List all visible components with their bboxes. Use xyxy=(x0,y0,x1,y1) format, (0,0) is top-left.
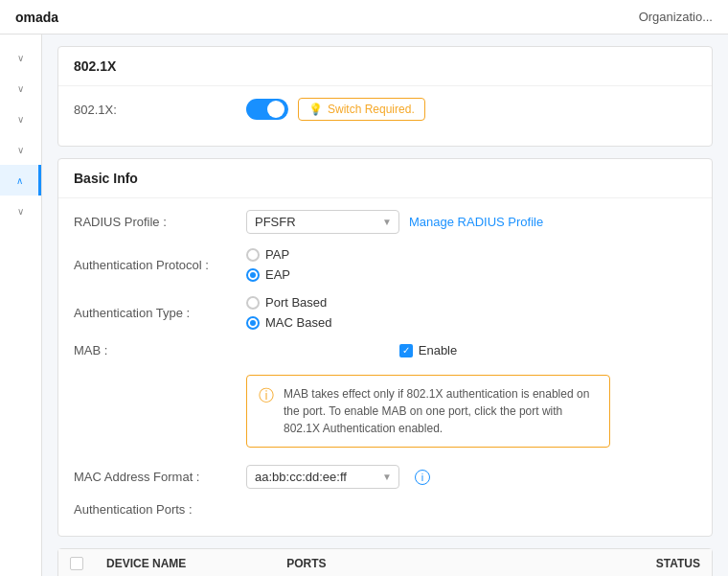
th-checkbox xyxy=(58,549,95,576)
app-header: omada Organizatio... xyxy=(0,0,728,35)
dot1x-body: 802.1X: 💡 Switch Required. xyxy=(58,86,712,146)
chevron-icon-6: ∨ xyxy=(17,206,24,217)
auth-ports-label-text: Authentication Ports : xyxy=(74,502,193,517)
chevron-icon-3: ∨ xyxy=(17,114,24,125)
dot1x-toggle-label: 802.1X: xyxy=(74,103,246,117)
auth-ports-label: Authentication Ports : xyxy=(74,502,696,517)
chevron-icon-5: ∧ xyxy=(16,175,23,186)
basic-info-title: Basic Info xyxy=(58,159,712,198)
bulb-icon: 💡 xyxy=(308,103,323,116)
mab-checkbox xyxy=(399,344,413,357)
switch-required-badge: 💡 Switch Required. xyxy=(298,98,425,121)
mab-checkbox-label: Enable xyxy=(419,343,457,357)
sidebar-item-4[interactable]: ∨ xyxy=(0,134,41,165)
mac-format-control: aa:bb:cc:dd:ee:ff aabbccddeeff aa-bb-cc-… xyxy=(246,465,430,489)
sidebar-item-3[interactable]: ∨ xyxy=(0,104,41,134)
radio-port-based-label: Port Based xyxy=(265,295,327,310)
mab-alert-text: MAB takes effect only if 802.1X authenti… xyxy=(284,385,598,437)
th-status: STATUS xyxy=(562,549,712,576)
sidebar-item-6[interactable]: ∨ xyxy=(0,196,41,226)
sidebar-item-1[interactable]: ∨ xyxy=(0,42,41,73)
mac-format-label: MAC Address Format : xyxy=(74,470,246,484)
radius-profile-select[interactable]: PFSFR xyxy=(246,210,399,234)
manage-radius-link[interactable]: Manage RADIUS Profile xyxy=(409,215,543,229)
auth-protocol-row: Authentication Protocol : PAP EAP xyxy=(74,247,696,282)
chevron-icon-2: ∨ xyxy=(17,83,24,94)
dot1x-title: 802.1X xyxy=(58,47,712,86)
table-header-row: DEVICE NAME PORTS STATUS xyxy=(58,549,712,576)
mab-row: MAB : Enable ⓘ MAB takes effect only if … xyxy=(74,343,696,451)
mac-format-row: MAC Address Format : aa:bb:cc:dd:ee:ff a… xyxy=(74,465,696,489)
chevron-icon-1: ∨ xyxy=(17,53,24,63)
switch-required-text: Switch Required. xyxy=(328,103,415,116)
basic-info-body: RADIUS Profile : PFSFR ▼ Manage RADIUS P… xyxy=(58,198,712,536)
radio-pap-circle xyxy=(246,248,260,262)
th-device-name: DEVICE NAME xyxy=(95,549,275,576)
mab-label: MAB : xyxy=(74,343,246,357)
main-content: 802.1X 802.1X: 💡 Switch Required. xyxy=(42,35,728,576)
chevron-icon-4: ∨ xyxy=(17,145,24,155)
mac-format-select-wrapper: aa:bb:cc:dd:ee:ff aabbccddeeff aa-bb-cc-… xyxy=(246,465,399,489)
main-layout: ∨ ∨ ∨ ∨ ∧ ∨ 802.1X 802.1X: xyxy=(0,35,728,576)
auth-ports-table: DEVICE NAME PORTS STATUS xyxy=(57,548,713,576)
th-status-text: STATUS xyxy=(656,557,700,570)
radio-eap[interactable]: EAP xyxy=(246,267,290,282)
mac-format-select[interactable]: aa:bb:cc:dd:ee:ff aabbccddeeff aa-bb-cc-… xyxy=(246,465,399,489)
dot1x-toggle-control: 💡 Switch Required. xyxy=(246,98,425,121)
radius-profile-label: RADIUS Profile : xyxy=(74,215,246,229)
th-ports-text: PORTS xyxy=(286,557,326,570)
radio-mac-based-label: MAC Based xyxy=(265,315,331,330)
th-ports: PORTS xyxy=(275,549,562,576)
app-title: omada xyxy=(15,10,58,25)
auth-type-radio-group: Port Based MAC Based xyxy=(246,295,331,330)
radio-port-based-circle xyxy=(246,296,260,310)
sidebar-item-2[interactable]: ∨ xyxy=(0,73,41,104)
info-icon: ⓘ xyxy=(259,386,274,437)
sidebar: ∨ ∨ ∨ ∨ ∧ ∨ xyxy=(0,35,42,576)
basic-info-section: Basic Info RADIUS Profile : PFSFR ▼ Mana… xyxy=(57,158,713,537)
auth-protocol-label: Authentication Protocol : xyxy=(74,258,246,272)
auth-protocol-control: PAP EAP xyxy=(246,247,290,282)
toggle-slider xyxy=(246,99,288,120)
auth-protocol-radio-group: PAP EAP xyxy=(246,247,290,282)
mab-checkbox-item[interactable]: Enable xyxy=(399,343,457,357)
org-label: Organizatio... xyxy=(639,10,713,24)
dot1x-toggle[interactable] xyxy=(246,99,288,120)
auth-type-label: Authentication Type : xyxy=(74,306,246,320)
radio-eap-circle xyxy=(246,268,260,282)
auth-type-row: Authentication Type : Port Based MAC Bas… xyxy=(74,295,696,330)
radio-eap-label: EAP xyxy=(265,267,290,282)
radio-port-based[interactable]: Port Based xyxy=(246,295,331,310)
sidebar-item-5[interactable]: ∧ xyxy=(0,165,41,196)
header-checkbox[interactable] xyxy=(70,557,83,570)
mac-info-circle-icon[interactable]: i xyxy=(415,470,430,485)
mab-control: Enable ⓘ MAB takes effect only if 802.1X… xyxy=(246,343,610,451)
radio-pap-label: PAP xyxy=(265,247,289,262)
radius-profile-control: PFSFR ▼ Manage RADIUS Profile xyxy=(246,210,543,234)
dot1x-toggle-row: 802.1X: 💡 Switch Required. xyxy=(74,98,696,121)
radius-select-wrapper: PFSFR ▼ xyxy=(246,210,399,234)
mab-alert: ⓘ MAB takes effect only if 802.1X authen… xyxy=(246,375,610,448)
radius-profile-row: RADIUS Profile : PFSFR ▼ Manage RADIUS P… xyxy=(74,210,696,234)
radio-mac-based[interactable]: MAC Based xyxy=(246,315,331,330)
dot1x-section: 802.1X 802.1X: 💡 Switch Required. xyxy=(57,46,713,147)
auth-type-control: Port Based MAC Based xyxy=(246,295,331,330)
auth-ports-section: DEVICE NAME PORTS STATUS xyxy=(57,548,713,576)
radio-mac-based-circle xyxy=(246,316,260,330)
radio-pap[interactable]: PAP xyxy=(246,247,290,262)
th-device-name-text: DEVICE NAME xyxy=(106,557,186,570)
